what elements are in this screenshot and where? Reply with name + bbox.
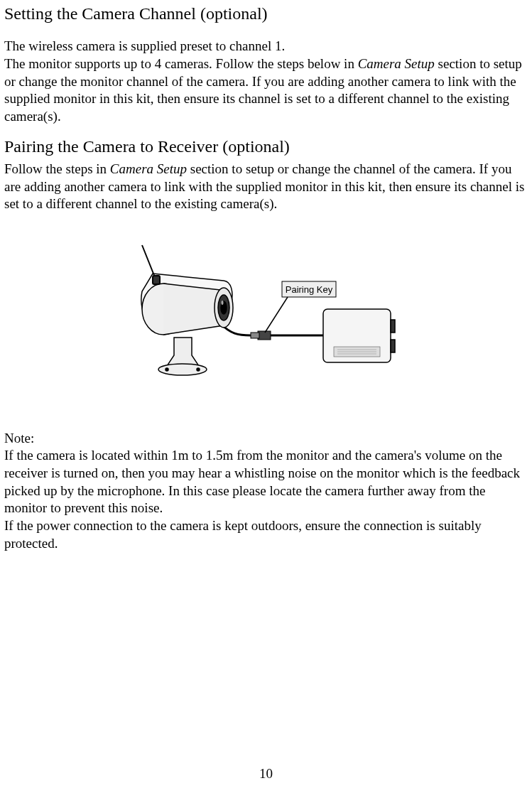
note-para1: If the camera is located within 1m to 1.… — [4, 447, 528, 517]
section1-para1: The wireless camera is supplied preset t… — [4, 38, 528, 55]
svg-point-18 — [197, 368, 200, 371]
section-heading-pairing: Pairing the Camera to Receiver (optional… — [4, 136, 528, 158]
section2-p1a: Follow the steps in — [4, 161, 110, 176]
svg-rect-7 — [258, 331, 271, 340]
section1-para2: The monitor supports up to 4 cameras. Fo… — [4, 55, 528, 126]
note-para2: If the power connection to the camera is… — [4, 517, 528, 552]
svg-point-15 — [221, 301, 223, 305]
note-heading: Note: — [4, 430, 528, 448]
pairing-key-label: Pairing Key — [285, 284, 332, 295]
camera-setup-emphasis: Camera Setup — [358, 56, 435, 71]
camera-adapter-diagram: Pairing Key — [124, 242, 408, 405]
svg-rect-1 — [391, 320, 395, 333]
svg-point-17 — [165, 368, 168, 371]
svg-rect-20 — [153, 276, 160, 284]
camera-setup-emphasis-2: Camera Setup — [110, 161, 187, 176]
svg-rect-2 — [391, 340, 395, 352]
section-heading-channel: Setting the Camera Channel (optional) — [4, 3, 528, 25]
section2-para1: Follow the steps in Camera Setup section… — [4, 161, 528, 213]
section1-p2a: The monitor supports up to 4 cameras. Fo… — [4, 56, 358, 71]
page-number: 10 — [4, 765, 528, 783]
pairing-figure: Pairing Key — [4, 242, 528, 410]
svg-rect-8 — [251, 333, 259, 338]
svg-line-10 — [265, 297, 288, 333]
